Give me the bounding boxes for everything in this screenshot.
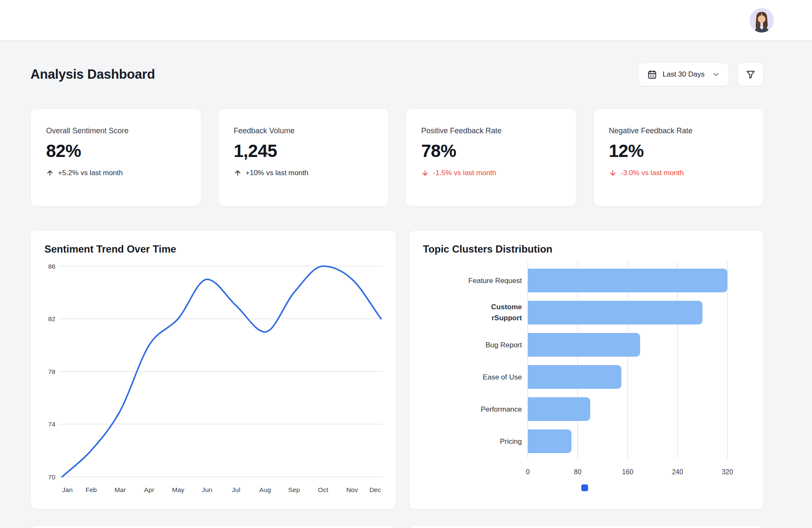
kpi-label: Feedback Volume <box>234 126 373 135</box>
x-tick-label-80: 80 <box>574 468 582 476</box>
avatar-image <box>749 8 774 33</box>
bar-chart-x-axis-labels: 080160240320 <box>526 468 733 476</box>
bar-label-performance: Performance <box>481 405 522 413</box>
kpi-delta: +10% vs last month <box>234 169 373 177</box>
arrow-up-icon <box>46 169 54 177</box>
filter-button[interactable] <box>738 63 764 86</box>
user-avatar[interactable] <box>749 8 774 33</box>
x-tick-label-0: 0 <box>526 468 530 476</box>
x-tick-label-apr: Apr <box>144 486 154 493</box>
kpi-delta: -3.0% vs last month <box>609 169 749 177</box>
top-header <box>0 0 812 41</box>
arrow-down-icon <box>609 169 617 177</box>
line-chart-y-axis-labels: 8682787470 <box>48 263 56 481</box>
bar-bug-report <box>528 333 640 357</box>
page-title: Analysis Dashboard <box>30 67 155 82</box>
kpi-card-positive-feedback-rate: Positive Feedback Rate 78% -1.5% vs last… <box>406 108 576 206</box>
kpi-delta: -1.5% vs last month <box>421 169 561 177</box>
arrow-down-icon <box>421 169 429 177</box>
bar-feature-request <box>528 269 727 292</box>
filter-funnel-icon <box>746 69 756 80</box>
x-tick-label-jan: Jan <box>62 486 73 493</box>
arrow-up-icon <box>234 169 241 177</box>
toolbar: Last 30 Days <box>638 63 764 86</box>
kpi-value: 12% <box>609 141 749 161</box>
partial-card-left <box>30 525 396 528</box>
x-tick-label-jun: Jun <box>202 486 212 493</box>
kpi-value: 1,245 <box>234 141 373 161</box>
x-tick-label-aug: Aug <box>259 486 271 493</box>
bar-label-ease-of-use: Ease of Use <box>483 373 522 381</box>
x-tick-label-sep: Sep <box>288 486 300 493</box>
y-tick-label: 70 <box>48 473 56 481</box>
y-tick-label: 82 <box>48 315 55 322</box>
next-row-partial <box>30 525 764 528</box>
x-tick-label-160: 160 <box>622 468 634 476</box>
x-tick-label-240: 240 <box>672 468 683 476</box>
kpi-value: 78% <box>421 141 561 161</box>
x-tick-label-may: May <box>172 486 185 493</box>
kpi-label: Overall Sentiment Score <box>46 126 186 135</box>
bar-label-pricing: Pricing <box>500 437 522 446</box>
kpi-delta: +5.2% vs last month <box>46 169 186 177</box>
kpi-delta-text: -3.0% vs last month <box>621 169 684 177</box>
bar-label-customersupport: rSupport <box>491 314 522 322</box>
kpi-card-overall-sentiment: Overall Sentiment Score 82% +5.2% vs las… <box>30 108 201 206</box>
topic-clusters-bar-chart: 080160240320Feature RequestCustomerSuppo… <box>423 259 746 496</box>
bar-pricing <box>528 429 571 453</box>
line-chart-gridlines <box>59 266 383 477</box>
kpi-delta-text: -1.5% vs last month <box>433 169 496 177</box>
bar-performance <box>528 397 590 421</box>
bar-category-labels: Feature RequestCustomerSupportBug Report… <box>468 277 522 446</box>
x-tick-label-feb: Feb <box>85 486 97 493</box>
x-tick-label-nov: Nov <box>346 486 358 493</box>
kpi-label: Positive Feedback Rate <box>421 126 561 135</box>
kpi-value: 82% <box>46 141 186 161</box>
partial-card-right <box>409 525 764 528</box>
charts-row: Sentiment Trend Over Time 8682787470JanF… <box>30 230 764 509</box>
chevron-down-icon <box>712 70 720 79</box>
calendar-icon <box>647 69 657 80</box>
title-row: Analysis Dashboard Last 30 Days <box>30 63 764 86</box>
bar-label-feature-request: Feature Request <box>468 277 522 285</box>
sentiment-trend-line-chart: 8682787470JanFebMarAprMayJunJulAugSepOct… <box>44 259 383 496</box>
date-range-label: Last 30 Days <box>663 70 705 79</box>
bar-label-customersupport: Custome <box>491 303 522 311</box>
x-tick-label-dec: Dec <box>369 486 381 493</box>
x-tick-label-jul: Jul <box>232 486 240 493</box>
bar-label-bug-report: Bug Report <box>486 341 522 349</box>
kpi-row: Overall Sentiment Score 82% +5.2% vs las… <box>30 108 764 206</box>
bar-customersupport <box>528 301 702 324</box>
y-tick-label: 86 <box>48 263 55 270</box>
legend-marker[interactable] <box>582 484 588 491</box>
x-tick-label-oct: Oct <box>318 486 329 493</box>
line-chart-x-axis-labels: JanFebMarAprMayJunJulAugSepOctNovDec <box>62 486 381 493</box>
kpi-delta-text: +10% vs last month <box>246 169 309 177</box>
y-tick-label: 74 <box>48 421 56 428</box>
dashboard-content: Analysis Dashboard Last 30 Days <box>0 63 812 528</box>
bar-chart-title: Topic Clusters Distribution <box>423 243 750 255</box>
topic-clusters-card: Topic Clusters Distribution 080160240320… <box>409 230 764 509</box>
y-tick-label: 78 <box>48 368 55 375</box>
kpi-card-negative-feedback-rate: Negative Feedback Rate 12% -3.0% vs last… <box>593 108 764 206</box>
line-chart-title: Sentiment Trend Over Time <box>44 243 382 255</box>
sentiment-trend-card: Sentiment Trend Over Time 8682787470JanF… <box>30 230 396 509</box>
bar-ease-of-use <box>528 365 621 389</box>
x-tick-label-mar: Mar <box>115 486 126 493</box>
kpi-card-feedback-volume: Feedback Volume 1,245 +10% vs last month <box>218 108 389 206</box>
date-range-button[interactable]: Last 30 Days <box>638 63 729 86</box>
x-tick-label-320: 320 <box>722 468 733 476</box>
kpi-delta-text: +5.2% vs last month <box>58 169 123 177</box>
kpi-label: Negative Feedback Rate <box>609 126 749 135</box>
